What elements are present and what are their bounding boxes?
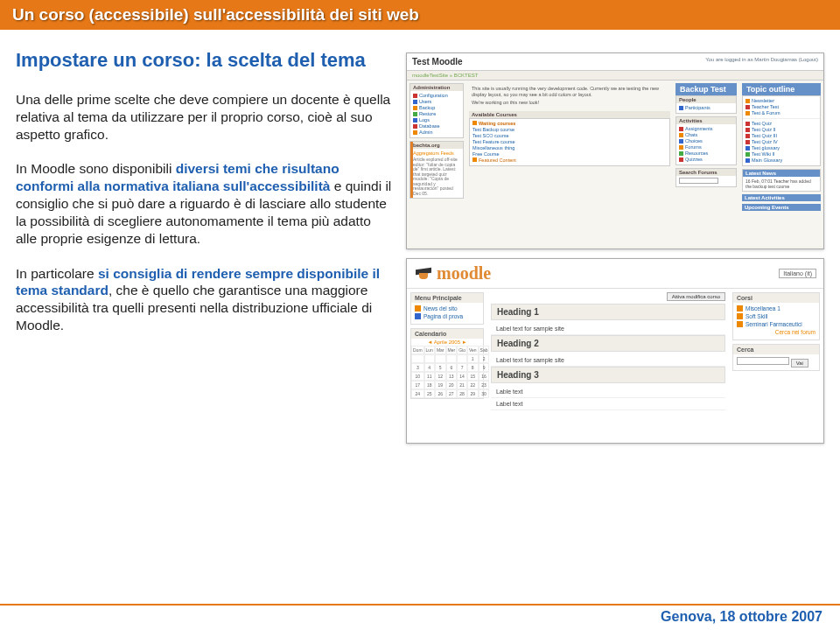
paragraph-2: In Moodle sono disponibili diversi temi … — [16, 160, 392, 247]
shot1-feeds-block: bechta.org Aggregators Feeds Article exp… — [410, 141, 464, 199]
slide-content: Impostare un corso: la scelta del tema U… — [0, 30, 840, 444]
shot2-calendar: Calendario ◄ Aprile 2005 ► DomLunMarMerG… — [410, 328, 484, 399]
slide-footer: Genova, 18 ottobre 2007 — [0, 604, 840, 630]
shot1-latest: Latest News 16 Feb, 07:01 Teacher has ad… — [742, 169, 821, 192]
shot1-columns: Administration Configuration Users Backu… — [407, 80, 823, 246]
shot2-columns: Menu Principale News del sito Pagina di … — [407, 289, 823, 441]
shot1-left-side: Administration Configuration Users Backu… — [407, 80, 466, 246]
shot2-header: moodle Italiano (it) — [407, 259, 823, 289]
shot1-activities: Activities Assignments Chats Choices For… — [676, 116, 737, 165]
text-column: Impostare un corso: la scelta del tema U… — [16, 49, 392, 444]
shot1-site-title: Test Moodle You are logged in as Martin … — [407, 53, 823, 71]
shot2-corsi: Corsi Miscellanea 1 Soft Skill Seminari … — [732, 292, 820, 340]
slide-header: Un corso (accessibile) sull'accessibilit… — [0, 0, 840, 30]
paragraph-1: Una delle prime scelte che deve compiere… — [16, 91, 392, 143]
slide-header-title: Un corso (accessibile) sull'accessibilit… — [12, 5, 419, 24]
calendar-grid: DomLunMarMerGioVenSab 12 3456789 1011121… — [411, 346, 483, 398]
shot1-search: Search Forums — [676, 168, 737, 187]
moodle-theme-screenshot-1: Test Moodle You are logged in as Martin … — [406, 52, 824, 249]
shot1-breadcrumb: moodleTestSite » BCKTEST — [407, 71, 823, 80]
slide-title: Impostare un corso: la scelta del tema — [16, 49, 392, 72]
shot2-cerca: Cerca Vai — [732, 344, 820, 371]
shot2-mid: Attiva modifica corso Heading 1 Label te… — [487, 289, 729, 441]
shot1-mid: This site is usually running the very de… — [466, 80, 673, 246]
moodle-theme-screenshot-2: moodle Italiano (it) Menu Principale New… — [406, 258, 824, 444]
graduation-cap-icon — [414, 266, 433, 282]
shot2-left: Menu Principale News del sito Pagina di … — [407, 289, 487, 441]
shot2-right: Corsi Miscellanea 1 Soft Skill Seminari … — [729, 289, 823, 441]
shot1-inner-right: Backup Test People Participants Activiti… — [673, 80, 739, 246]
paragraph-3: In particolare si consiglia di rendere s… — [16, 265, 392, 334]
shot2-menu: Menu Principale News del sito Pagina di … — [410, 292, 484, 325]
shot1-topics: Newsletter Teacher Test Test & Forum Tes… — [742, 95, 821, 166]
moodle-logo: moodle — [414, 263, 491, 284]
shot1-admin-block: Administration Configuration Users Backu… — [410, 83, 464, 138]
screenshot-column: Test Moodle You are logged in as Martin … — [406, 49, 824, 444]
shot1-far-right: Topic outline Newsletter Teacher Test Te… — [739, 80, 823, 246]
shot1-people: People Participants — [676, 95, 737, 114]
shot1-courses: Waiting courses Test Backup course Test … — [469, 118, 670, 166]
footer-text: Genova, 18 ottobre 2007 — [661, 609, 822, 624]
